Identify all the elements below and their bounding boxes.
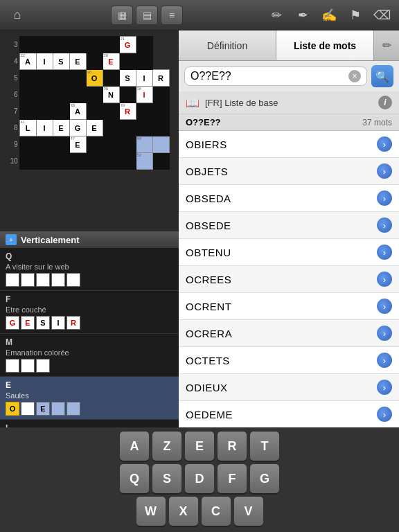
- cell[interactable]: [119, 136, 136, 153]
- key-z[interactable]: Z: [152, 432, 181, 461]
- dictionary-row[interactable]: 📖 [FR] Liste de base i: [179, 91, 399, 114]
- cell[interactable]: R: [152, 70, 169, 87]
- search-button[interactable]: 🔍: [371, 65, 393, 87]
- cell[interactable]: 39R: [119, 103, 136, 120]
- cell[interactable]: E: [69, 53, 86, 70]
- home-icon[interactable]: ⌂: [7, 5, 28, 26]
- qr-button[interactable]: ▦: [111, 6, 133, 25]
- word-arrow-button[interactable]: ›: [377, 272, 392, 287]
- list-button[interactable]: ≡: [161, 6, 183, 25]
- cell[interactable]: [36, 70, 53, 87]
- key-r[interactable]: R: [218, 432, 247, 461]
- cell[interactable]: 21G: [119, 37, 136, 53]
- cell[interactable]: E: [53, 120, 69, 136]
- cell[interactable]: [119, 153, 136, 170]
- word-list-item[interactable]: OCTETS ›: [179, 347, 399, 374]
- word-arrow-button[interactable]: ›: [377, 407, 392, 422]
- key-q[interactable]: Q: [120, 464, 149, 493]
- cell[interactable]: [53, 136, 69, 153]
- cell[interactable]: [136, 37, 152, 53]
- cell[interactable]: [69, 70, 86, 87]
- cell[interactable]: S: [53, 53, 69, 70]
- word-list-item[interactable]: OBSEDE ›: [179, 212, 399, 239]
- cell[interactable]: [86, 103, 103, 120]
- cell[interactable]: [69, 153, 86, 170]
- key-c[interactable]: C: [202, 497, 231, 526]
- cell[interactable]: [69, 37, 86, 53]
- key-x[interactable]: X: [169, 497, 198, 526]
- cell[interactable]: [152, 153, 169, 170]
- cell[interactable]: [103, 70, 119, 87]
- cell[interactable]: 22A: [19, 53, 36, 70]
- word-list-item[interactable]: OBIERS ›: [179, 131, 399, 158]
- word-arrow-button[interactable]: ›: [377, 380, 392, 395]
- cell[interactable]: [36, 153, 53, 170]
- cell[interactable]: E: [86, 120, 103, 136]
- cell[interactable]: [152, 103, 169, 120]
- key-e[interactable]: E: [185, 432, 214, 461]
- cell[interactable]: [36, 37, 53, 53]
- cell[interactable]: 47E: [69, 136, 86, 153]
- cell[interactable]: [36, 136, 53, 153]
- cell[interactable]: [86, 136, 103, 153]
- tab-definition[interactable]: Définition: [179, 30, 276, 60]
- word-list-item[interactable]: OCRENT ›: [179, 293, 399, 320]
- cell[interactable]: I: [136, 70, 152, 87]
- pen1-icon[interactable]: ✏: [266, 5, 287, 26]
- cell[interactable]: [19, 70, 36, 87]
- cell[interactable]: [86, 87, 103, 103]
- word-list-item[interactable]: ODIEUX ›: [179, 374, 399, 401]
- cell[interactable]: 41L: [19, 120, 36, 136]
- clue-m[interactable]: M Emanation colorée: [0, 334, 179, 377]
- cell[interactable]: [53, 70, 69, 87]
- word-arrow-button[interactable]: ›: [377, 326, 392, 341]
- key-d[interactable]: D: [185, 464, 214, 493]
- word-list-item[interactable]: OBJETS ›: [179, 158, 399, 185]
- cell[interactable]: [119, 87, 136, 103]
- pin-icon[interactable]: ⚑: [345, 5, 366, 26]
- cell[interactable]: [53, 37, 69, 53]
- cell[interactable]: [119, 120, 136, 136]
- word-arrow-button[interactable]: ›: [377, 190, 392, 206]
- cell[interactable]: [86, 53, 103, 70]
- pen2-icon[interactable]: ✒: [292, 5, 313, 26]
- clue-i[interactable]: I Reste pour un bail L: [0, 420, 179, 427]
- word-list-item[interactable]: OEDEME ›: [179, 401, 399, 427]
- grid-button[interactable]: ▤: [136, 6, 158, 25]
- pen3-icon[interactable]: ✍: [319, 5, 339, 26]
- cell[interactable]: [86, 153, 103, 170]
- cell[interactable]: [69, 87, 86, 103]
- word-arrow-button[interactable]: ›: [377, 353, 392, 368]
- cell[interactable]: 35N: [103, 87, 119, 103]
- cell[interactable]: [19, 153, 36, 170]
- cell[interactable]: [103, 37, 119, 53]
- cell[interactable]: [152, 87, 169, 103]
- cell[interactable]: [53, 87, 69, 103]
- tab-edit-icon[interactable]: ✏: [374, 30, 399, 60]
- search-input[interactable]: [190, 70, 346, 82]
- cell[interactable]: [152, 120, 169, 136]
- cell[interactable]: [152, 136, 169, 153]
- cell[interactable]: 38A: [69, 103, 86, 120]
- clue-q[interactable]: Q A visiter sur le web: [0, 248, 179, 291]
- cell[interactable]: [119, 53, 136, 70]
- key-g[interactable]: G: [250, 464, 279, 493]
- cell[interactable]: 52: [136, 153, 152, 170]
- cell[interactable]: [136, 103, 152, 120]
- word-list-item[interactable]: OBTENU ›: [179, 239, 399, 266]
- eraser-icon[interactable]: ⌫: [371, 5, 392, 26]
- search-clear-button[interactable]: ×: [348, 70, 361, 82]
- clue-f[interactable]: F Etre couché G E S I R: [0, 291, 179, 334]
- word-list-item[interactable]: OBSEDA ›: [179, 185, 399, 212]
- cell[interactable]: S: [119, 70, 136, 87]
- cell[interactable]: [36, 103, 53, 120]
- key-w[interactable]: W: [136, 497, 166, 526]
- cell[interactable]: [19, 136, 36, 153]
- cell[interactable]: [19, 87, 36, 103]
- word-arrow-button[interactable]: ›: [377, 136, 392, 152]
- cell[interactable]: [53, 153, 69, 170]
- cell[interactable]: [86, 37, 103, 53]
- cell[interactable]: [103, 120, 119, 136]
- cell[interactable]: [19, 37, 36, 53]
- cell[interactable]: [36, 87, 53, 103]
